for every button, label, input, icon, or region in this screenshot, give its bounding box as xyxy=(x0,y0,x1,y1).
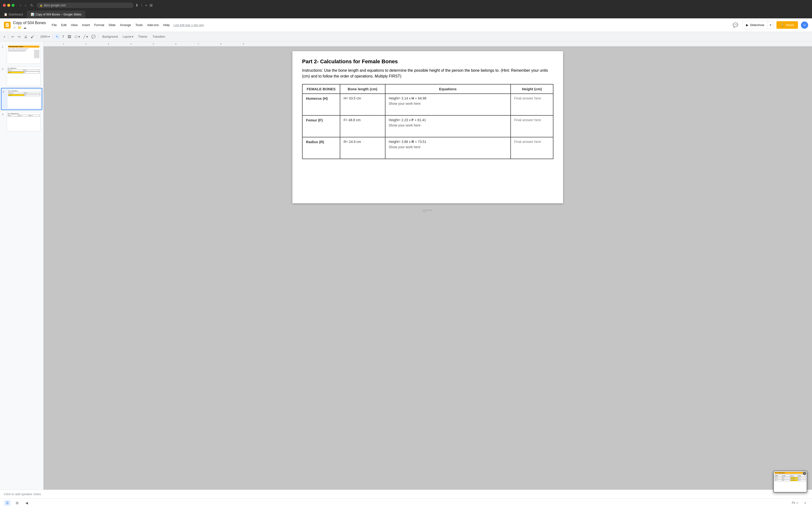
speaker-notes-placeholder[interactable]: Click to add speaker notes xyxy=(4,492,41,496)
menu-tools[interactable]: Tools xyxy=(134,22,145,28)
bone-name-radius[interactable]: Radius (R) xyxy=(302,137,340,159)
radius-answer: Final answer here xyxy=(514,140,541,144)
slideshow-button-group[interactable]: ▶ Slideshow ▾ xyxy=(743,21,773,29)
slide-thumb-4[interactable]: 4 Part 3 - Missing Persons Missing 1 Mis… xyxy=(1,111,42,132)
fit-icon: ⤢ xyxy=(796,501,799,505)
menu-view[interactable]: View xyxy=(69,22,80,28)
user-avatar[interactable]: U xyxy=(801,21,808,29)
slide-preview-4: Part 3 - Missing Persons Missing 1 Missi… xyxy=(7,112,41,131)
preview-3-row: Humerus xyxy=(8,94,24,96)
panel-toggle-button[interactable]: ◀ xyxy=(23,500,30,506)
slide-title[interactable]: Part 2- Calculations for Female Bones xyxy=(302,58,553,65)
add-button[interactable]: + xyxy=(2,34,7,40)
share-button[interactable]: 🔒 Share xyxy=(776,21,798,29)
slideshow-main-btn[interactable]: ▶ Slideshow xyxy=(743,21,768,29)
menu-file[interactable]: File xyxy=(50,22,59,28)
preview-3-cell2: Length xyxy=(24,92,40,94)
tab-dashboard[interactable]: 📋 Dashboard xyxy=(0,11,27,18)
tab-slides[interactable]: 📊 Copy of 504 Bones – Google Slides xyxy=(27,11,85,18)
download-icon[interactable]: ⬇ xyxy=(135,3,139,7)
preview-4-cell2: Missing 2 xyxy=(18,115,29,117)
document-title[interactable]: Copy of 504 Bones xyxy=(13,20,46,25)
transition-button[interactable]: Transition xyxy=(150,34,167,39)
redo-button[interactable]: ↪ xyxy=(16,34,22,40)
cursor-tool[interactable]: ↖ xyxy=(54,34,60,40)
fit-button[interactable]: Fit ⤢ xyxy=(790,500,800,506)
maximize-window-btn[interactable] xyxy=(12,4,14,7)
line-tool[interactable]: ╱ ▾ xyxy=(82,34,89,40)
equation-humerus[interactable]: Height= 3.14 x H + 64.98 Show your work … xyxy=(385,94,511,115)
ruler-mark-7: 7 xyxy=(198,43,199,45)
new-tab-icon[interactable]: + xyxy=(145,3,147,7)
bone-name-femur[interactable]: Femur (F) xyxy=(302,115,340,137)
address-bar[interactable]: 🔒 docs.google.com xyxy=(37,3,134,8)
radius-work[interactable]: Show your work here xyxy=(389,145,507,149)
close-window-btn[interactable] xyxy=(3,4,6,7)
slide-thumb-1[interactable]: 1 5.04 Assessment - Bones A human skelet… xyxy=(1,44,42,65)
image-tool[interactable]: 🖼 xyxy=(66,34,72,40)
slide-preview-2: Part 1- Male Bones Male Bones Length Hum… xyxy=(7,67,41,86)
star-icon[interactable]: ☆ xyxy=(13,25,16,30)
slide-thumb-3[interactable]: 3 Part 2- Female Bones Female Bones Leng… xyxy=(1,88,42,110)
separator-3 xyxy=(53,34,53,39)
last-edit-text[interactable]: Last edit was 1 day ago xyxy=(173,23,204,27)
menu-addons[interactable]: Add-ons xyxy=(145,22,161,28)
undo-button[interactable]: ↩ xyxy=(10,34,16,40)
radius-label: Radius (R) xyxy=(306,140,324,144)
zoom-select[interactable]: 100% ▾ xyxy=(39,34,51,39)
slide-canvas[interactable]: Part 2- Calculations for Female Bones In… xyxy=(292,51,563,203)
extensions-icon[interactable]: ⊞ xyxy=(150,3,153,7)
answer-humerus[interactable]: Final answer here xyxy=(511,94,553,115)
bone-length-radius[interactable]: R= 24.9 cm xyxy=(340,137,385,159)
reload-button[interactable]: ↻ xyxy=(29,3,35,8)
cloud-icon[interactable]: ☁ xyxy=(23,25,27,30)
menu-arrange[interactable]: Arrange xyxy=(118,22,133,28)
layout-button[interactable]: Layout ▾ xyxy=(121,34,135,39)
answer-radius[interactable]: Final answer here xyxy=(511,137,553,159)
slide-thumb-2[interactable]: 2 Part 1- Male Bones Male Bones Length H… xyxy=(1,66,42,87)
popup-thumbnail: × Part 2- Female Bones FEMALE Length Equ… xyxy=(773,471,807,493)
url-text: docs.google.com xyxy=(44,4,66,7)
grid-view-button[interactable]: ⊞ xyxy=(14,500,20,506)
background-button[interactable]: Background xyxy=(100,34,120,39)
zoom-in-button[interactable]: + xyxy=(802,500,808,506)
equation-femur[interactable]: Height= 2.23 x F + 61.41 Show your work … xyxy=(385,115,511,137)
bones-table: FEMALE BONES Bone length (cm) Equations … xyxy=(302,84,553,159)
instructions-text: Instructions: Use the bone length and eq… xyxy=(302,68,548,78)
bone-name-humerus[interactable]: Humerus (H) xyxy=(302,94,340,115)
filmstrip-view-button[interactable]: ☰ xyxy=(4,500,11,506)
popup-row2-2: 48.8 xyxy=(782,479,790,481)
preview-3-title: Part 2- Female Bones xyxy=(8,90,40,92)
slide-instructions[interactable]: Instructions: Use the bone length and eq… xyxy=(302,68,553,79)
text-tool[interactable]: T xyxy=(61,34,66,40)
menu-edit[interactable]: Edit xyxy=(59,22,68,28)
ruler-mark-9: 9 xyxy=(243,43,244,45)
humerus-label: Humerus (H) xyxy=(306,96,328,101)
popup-close-button[interactable]: × xyxy=(803,472,806,475)
forward-button[interactable]: › xyxy=(23,3,28,8)
menu-format[interactable]: Format xyxy=(92,22,106,28)
menu-slide[interactable]: Slide xyxy=(107,22,117,28)
print-button[interactable]: 🖨 xyxy=(22,34,29,40)
femur-length: F= 48.8 cm xyxy=(344,118,361,122)
bone-length-femur[interactable]: F= 48.8 cm xyxy=(340,115,385,137)
answer-femur[interactable]: Final answer here xyxy=(511,115,553,137)
comment-tool[interactable]: 💬 xyxy=(90,34,97,40)
equation-radius[interactable]: Height= 3.88 x R + 73.51 Show your work … xyxy=(385,137,511,159)
bone-length-humerus[interactable]: H= 33.5 cm xyxy=(340,94,385,115)
menu-insert[interactable]: Insert xyxy=(80,22,92,28)
menu-help[interactable]: Help xyxy=(161,22,171,28)
comments-button[interactable]: 💬 xyxy=(731,21,740,29)
preview-1-skeleton xyxy=(34,50,39,58)
back-button[interactable]: ‹ xyxy=(18,3,22,8)
share-page-icon[interactable]: ↑ xyxy=(141,3,143,7)
theme-button[interactable]: Theme xyxy=(136,34,150,39)
humerus-work[interactable]: Show your work here xyxy=(389,102,507,106)
minimize-window-btn[interactable] xyxy=(7,4,10,7)
paint-format-button[interactable]: 🖌 xyxy=(29,34,36,40)
shape-tool[interactable]: ⬡ ▾ xyxy=(73,34,82,40)
femur-work[interactable]: Show your work here xyxy=(389,123,507,127)
speaker-notes-area[interactable]: Click to add speaker notes xyxy=(0,490,812,498)
slideshow-dropdown-btn[interactable]: ▾ xyxy=(768,21,773,29)
folder-icon[interactable]: 📁 xyxy=(18,25,22,30)
